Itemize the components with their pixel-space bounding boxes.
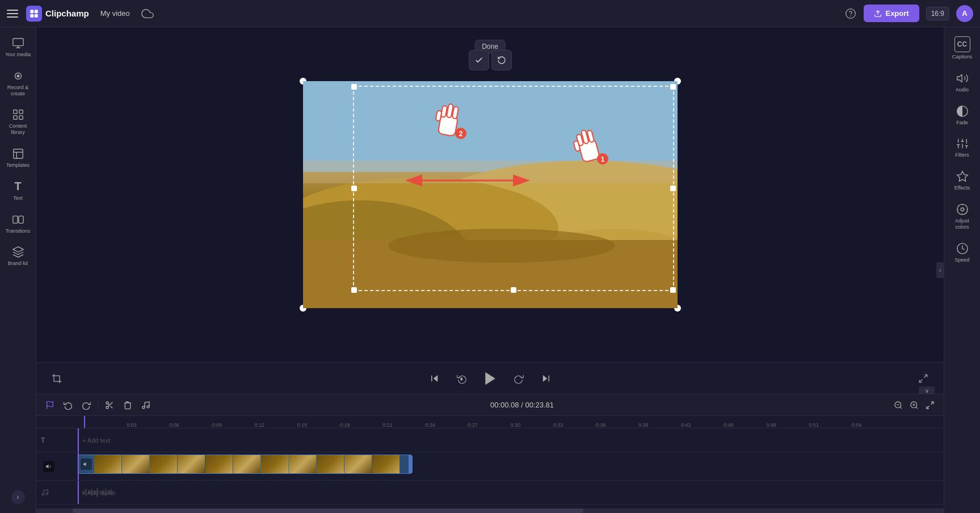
text-track-icon: T [41, 436, 45, 444]
delete-button[interactable] [121, 398, 134, 412]
fade-icon [956, 104, 969, 118]
crop-tool-button[interactable] [48, 369, 66, 388]
content-library-icon [11, 108, 25, 121]
timeline-scrollbar-thumb[interactable] [73, 508, 583, 513]
ruler-marks-container: 0:03 0:06 0:09 0:12 0:15 0:18 0:21 0:24 … [84, 416, 937, 428]
clip-thumb-7 [261, 455, 288, 473]
svg-rect-14 [13, 149, 23, 159]
crop-handle-ml[interactable] [351, 186, 357, 191]
fast-forward-button[interactable] [510, 369, 528, 388]
sidebar-expand-button[interactable]: › [11, 490, 25, 504]
zoom-in-button[interactable] [907, 398, 921, 412]
crop-handle-br[interactable] [670, 287, 676, 293]
right-sidebar-item-effects[interactable]: Effects [947, 165, 978, 196]
clip-thumb-10 [344, 455, 372, 473]
magnetic-snap-button[interactable] [43, 398, 57, 412]
cut-button[interactable] [103, 398, 116, 412]
svg-line-56 [111, 406, 113, 408]
timeline-ruler: 0:03 0:06 0:09 0:12 0:15 0:18 0:21 0:24 … [36, 416, 944, 428]
right-sidebar-collapse-button[interactable]: ‹ [936, 262, 944, 278]
right-sidebar: ‹ CC Captions Audio [944, 27, 980, 513]
sidebar-item-label-templates: Templates [6, 162, 30, 169]
filters-icon [956, 137, 969, 150]
sidebar-item-label-transitions: Transitions [6, 228, 31, 234]
video-preview-area: Done [36, 27, 944, 362]
right-sidebar-item-audio[interactable]: Audio [947, 67, 978, 98]
audio-track-label [36, 489, 77, 497]
help-icon[interactable] [844, 7, 857, 20]
crop-reset-button[interactable] [491, 50, 512, 70]
timeline-collapse-button[interactable]: ∨ [919, 386, 935, 394]
clip-mute-button[interactable] [81, 459, 92, 470]
right-sidebar-item-filters[interactable]: Filters [947, 132, 978, 163]
tracks-container: T + Add text [36, 428, 944, 508]
crop-handle-bl[interactable] [351, 287, 357, 293]
sidebar-item-brand-kit[interactable]: Brand kit [2, 241, 34, 271]
avatar[interactable]: A [956, 5, 973, 22]
clip-end-handle[interactable] [409, 455, 412, 473]
timeline-scrollbar[interactable] [36, 508, 944, 513]
crop-selection[interactable] [353, 86, 674, 291]
project-title[interactable]: My video [96, 7, 134, 20]
audio-icon [956, 72, 969, 85]
sidebar-item-record-create[interactable]: Record & create [2, 65, 34, 102]
crop-handle-bm[interactable] [511, 287, 516, 293]
svg-point-59 [147, 405, 149, 407]
sidebar-item-transitions[interactable]: Transitions [2, 208, 34, 239]
svg-point-86 [961, 208, 964, 211]
sidebar-item-your-media[interactable]: Your media [2, 32, 34, 62]
svg-rect-12 [13, 116, 16, 119]
cloud-save-icon[interactable] [141, 7, 154, 20]
topbar-left: Clipchamp My video [7, 6, 838, 22]
transitions-icon [11, 213, 25, 226]
svg-line-51 [919, 379, 922, 382]
audio-waveform [78, 481, 944, 504]
video-track-content[interactable] [77, 452, 944, 480]
right-sidebar-item-captions[interactable]: CC Captions [947, 32, 978, 65]
text-icon: T [11, 180, 25, 194]
sidebar-item-text[interactable]: T Text [2, 175, 34, 206]
topbar: Clipchamp My video Export 16:9 A [0, 0, 980, 27]
text-track-content[interactable]: + Add text [77, 428, 944, 452]
hamburger-menu-button[interactable] [7, 7, 19, 20]
undo-button[interactable] [61, 398, 75, 412]
mute-button[interactable] [43, 461, 54, 472]
play-button[interactable] [480, 368, 500, 389]
skip-forward-button[interactable] [537, 369, 555, 388]
svg-rect-1 [35, 10, 38, 13]
ruler-mark-048: 0:48 [766, 422, 776, 428]
clip-thumb-3 [150, 455, 177, 473]
effects-label: Effects [954, 185, 970, 191]
ruler-mark-051: 0:51 [809, 422, 819, 428]
crop-handle-mr[interactable] [670, 186, 676, 191]
svg-marker-44 [433, 375, 438, 382]
logo-area: Clipchamp [26, 6, 89, 22]
rewind-button[interactable]: 5 [453, 369, 471, 388]
right-sidebar-item-fade[interactable]: Fade [947, 100, 978, 131]
right-sidebar-item-adjust-colors[interactable]: Adjust colors [947, 198, 978, 235]
fullscreen-button[interactable] [914, 369, 932, 388]
redo-button[interactable] [79, 398, 93, 412]
sidebar-item-content-library[interactable]: Content library [2, 103, 34, 140]
crop-toolbar [469, 50, 512, 70]
skip-back-button[interactable] [426, 369, 444, 388]
svg-point-53 [106, 402, 108, 404]
app-name: Clipchamp [45, 9, 89, 18]
right-sidebar-item-speed[interactable]: Speed [947, 237, 978, 268]
fit-timeline-button[interactable] [923, 398, 937, 412]
sidebar-item-label-content: Content library [5, 123, 32, 136]
detach-audio-button[interactable] [139, 398, 153, 412]
aspect-ratio-badge[interactable]: 16:9 [926, 7, 949, 20]
crop-handle-tr[interactable] [670, 84, 676, 90]
video-clip[interactable] [78, 455, 413, 474]
crop-handle-tl[interactable] [351, 84, 357, 90]
sidebar-item-templates[interactable]: Templates [2, 142, 34, 173]
audio-track-content[interactable]: + Add audio [77, 481, 944, 504]
zoom-out-button[interactable] [891, 398, 905, 412]
clip-thumb-9 [317, 455, 344, 473]
svg-line-90 [965, 213, 966, 213]
timeline-toolbar: 00:00.08 / 00:23.81 [36, 394, 944, 416]
effects-icon [956, 170, 969, 183]
crop-confirm-button[interactable] [469, 50, 489, 70]
export-button[interactable]: Export [864, 5, 919, 22]
